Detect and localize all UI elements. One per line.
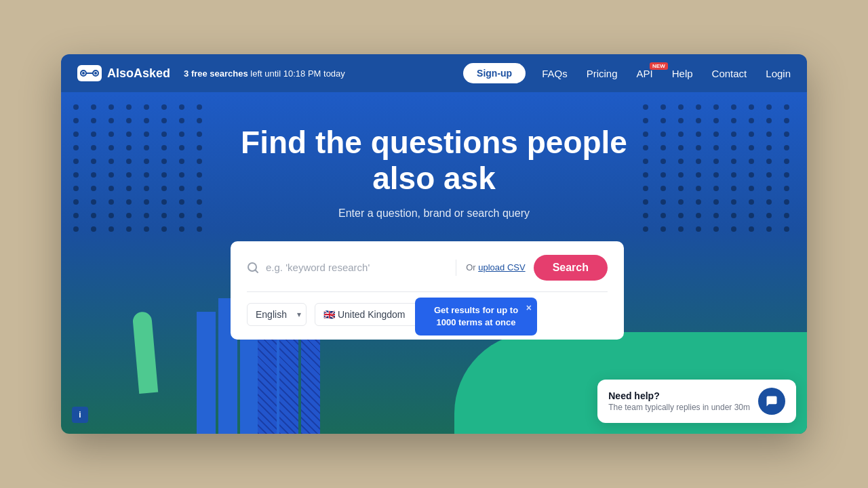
dot — [696, 186, 701, 191]
dot — [161, 226, 167, 232]
dot — [197, 118, 202, 123]
dot — [766, 226, 772, 232]
country-select[interactable]: 🇬🇧 United Kingdom — [315, 303, 425, 326]
dot — [161, 186, 167, 191]
dot — [731, 172, 736, 178]
dot — [108, 213, 114, 218]
search-button[interactable]: Search — [534, 255, 608, 281]
chat-widget[interactable]: Need help? The team typically replies in… — [597, 380, 796, 423]
dot — [713, 145, 719, 150]
dot — [197, 104, 202, 110]
dot — [678, 104, 684, 110]
signup-button[interactable]: Sign-up — [463, 63, 526, 83]
dot — [660, 186, 666, 191]
dot — [144, 199, 149, 205]
dot — [179, 145, 184, 150]
dot — [660, 118, 666, 123]
dot — [713, 213, 719, 218]
dot — [731, 145, 736, 150]
corner-icon: i — [72, 407, 88, 423]
dot — [731, 226, 736, 232]
nav-help[interactable]: Help — [672, 68, 693, 79]
dot — [678, 118, 684, 123]
tooltip-close[interactable]: × — [526, 302, 532, 315]
dot — [749, 104, 754, 110]
dot — [660, 199, 666, 205]
dot — [179, 159, 184, 164]
dot — [660, 131, 666, 137]
dot — [643, 145, 648, 150]
dot — [197, 172, 202, 178]
dot — [643, 172, 648, 178]
nav-faqs[interactable]: FAQs — [542, 68, 568, 79]
dot — [179, 131, 184, 137]
nav-pricing[interactable]: Pricing — [587, 68, 618, 79]
nav-login[interactable]: Login — [766, 68, 791, 79]
dot — [731, 186, 736, 191]
dot — [197, 226, 202, 232]
dot — [108, 172, 114, 178]
navbar: AlsoAsked 3 free searches left until 10:… — [61, 54, 807, 92]
dot — [126, 131, 132, 137]
dots-decoration-right — [631, 92, 807, 309]
nav-links: FAQs Pricing API Help Contact Login — [542, 68, 791, 79]
dot — [766, 213, 772, 218]
dot — [161, 131, 167, 137]
language-select[interactable]: English — [247, 303, 307, 326]
dot — [678, 186, 684, 191]
dot — [73, 131, 79, 137]
dot — [197, 159, 202, 164]
dot — [126, 186, 132, 191]
dot — [197, 145, 202, 150]
search-row: Or upload CSV Search — [247, 255, 608, 292]
dot — [161, 118, 167, 123]
dot — [161, 159, 167, 164]
dot — [161, 172, 167, 178]
dot — [643, 104, 648, 110]
dot — [161, 199, 167, 205]
dot — [643, 199, 648, 205]
dot — [713, 118, 719, 123]
dot — [678, 226, 684, 232]
dot — [731, 199, 736, 205]
dot — [696, 145, 701, 150]
hatch-rect-3 — [301, 339, 320, 434]
dot — [144, 104, 149, 110]
dot — [91, 104, 96, 110]
dot — [766, 186, 772, 191]
dot — [784, 118, 789, 123]
dot — [108, 131, 114, 137]
dot — [749, 118, 754, 123]
nav-api[interactable]: API — [637, 68, 653, 79]
dot — [696, 226, 701, 232]
dot — [91, 226, 96, 232]
dot — [731, 118, 736, 123]
hero-title: Find the questions people also ask — [231, 125, 637, 197]
hatch-rect-1 — [258, 325, 277, 434]
dot — [108, 145, 114, 150]
dot — [643, 159, 648, 164]
dot — [126, 104, 132, 110]
chat-open-button[interactable] — [758, 388, 785, 415]
dot — [144, 131, 149, 137]
dot — [731, 213, 736, 218]
search-input[interactable] — [266, 262, 446, 273]
dot — [126, 118, 132, 123]
tooltip-text: Get results for up to 1000 terms at once — [434, 305, 518, 327]
upload-csv-link[interactable]: upload CSV — [478, 262, 525, 272]
dot — [784, 172, 789, 178]
dot — [73, 104, 79, 110]
nav-contact[interactable]: Contact — [712, 68, 747, 79]
tooltip-popup: × Get results for up to 1000 terms at on… — [415, 298, 537, 336]
dot — [713, 199, 719, 205]
blue-rect-1 — [197, 312, 216, 434]
dot — [643, 226, 648, 232]
dot — [784, 159, 789, 164]
dot — [784, 131, 789, 137]
logo-area[interactable]: AlsoAsked — [77, 65, 170, 81]
dot — [784, 145, 789, 150]
dot — [678, 172, 684, 178]
blue-rect-3 — [240, 325, 259, 434]
dot — [197, 186, 202, 191]
dot — [643, 131, 648, 137]
